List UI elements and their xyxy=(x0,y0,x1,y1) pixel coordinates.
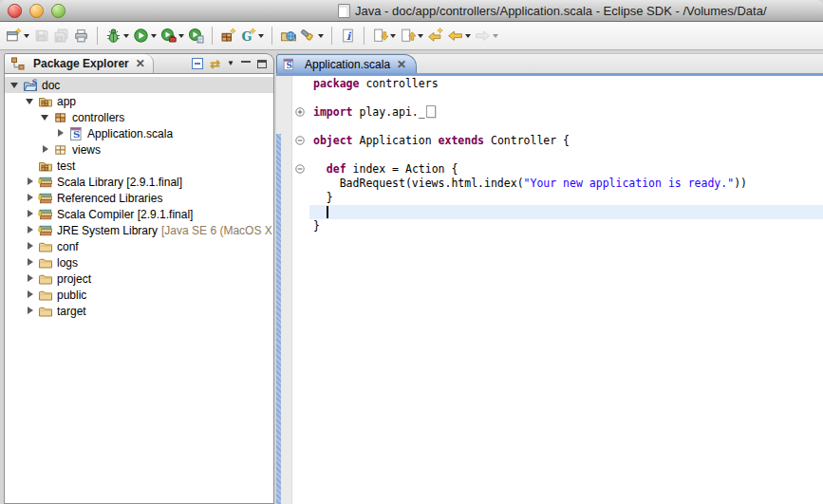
new-g-wizard-button[interactable]: G xyxy=(238,25,266,47)
package-explorer-tab[interactable]: Package Explorer ✕ xyxy=(5,54,154,73)
folder-icon xyxy=(38,255,53,271)
dropdown-arrow-icon[interactable] xyxy=(465,34,471,38)
fold-margin[interactable] xyxy=(292,76,309,504)
expander-closed-icon[interactable] xyxy=(26,306,36,316)
expander-closed-icon[interactable] xyxy=(41,144,51,155)
save-all-button[interactable] xyxy=(51,25,71,47)
code-line[interactable] xyxy=(309,148,823,162)
expander-closed-icon[interactable] xyxy=(26,273,36,284)
tree-item-controllers[interactable]: controllers xyxy=(5,109,273,125)
run-button[interactable] xyxy=(131,25,159,47)
close-editor-tab-icon[interactable]: ✕ xyxy=(397,59,406,70)
code-line[interactable] xyxy=(309,120,823,134)
close-view-icon[interactable]: ✕ xyxy=(136,58,145,69)
expander-open-icon[interactable] xyxy=(10,80,21,90)
tree-item-scala-compiler-2-9-1-final[interactable]: Scala Compiler [2.9.1.final] xyxy=(5,206,273,222)
close-window-button[interactable] xyxy=(8,4,22,18)
tree-item-project[interactable]: project xyxy=(5,271,273,287)
code-line[interactable] xyxy=(309,91,823,105)
fold-plus-icon[interactable] xyxy=(295,107,305,117)
tree-item-label: doc xyxy=(42,79,60,92)
info-icon: i xyxy=(340,28,356,44)
run-history-icon xyxy=(188,28,204,44)
view-menu-icon[interactable]: ▼ xyxy=(227,60,234,67)
fold-minus-icon[interactable] xyxy=(295,136,305,145)
tree-item-decoration: [Java SE 6 (MacOS X Def xyxy=(161,224,274,237)
dropdown-arrow-icon[interactable] xyxy=(418,34,423,38)
dropdown-arrow-icon[interactable] xyxy=(24,34,29,38)
tree-item-app[interactable]: app xyxy=(5,93,273,109)
tree-item-application-scala[interactable]: SApplication.scala xyxy=(5,125,273,141)
expander-closed-icon[interactable] xyxy=(56,128,66,139)
run-as-button[interactable] xyxy=(186,25,206,47)
code-line[interactable]: def index = Action { xyxy=(309,162,823,177)
tree-item-referenced-libraries[interactable]: Referenced Libraries xyxy=(5,190,273,206)
expander-open-icon[interactable] xyxy=(41,112,51,122)
tree-item-public[interactable]: public xyxy=(5,287,273,303)
dropdown-arrow-icon[interactable] xyxy=(318,34,324,38)
editor-tab-application-scala[interactable]: S Application.scala ✕ xyxy=(276,54,417,74)
last-edit-location-button[interactable] xyxy=(425,25,445,47)
expander-closed-icon[interactable] xyxy=(26,225,36,235)
new-wizard-button[interactable] xyxy=(4,25,31,47)
dropdown-arrow-icon[interactable] xyxy=(123,34,129,38)
code-line[interactable]: object Application extends Controller { xyxy=(309,134,823,148)
back-button[interactable] xyxy=(445,25,473,47)
zoom-window-button[interactable] xyxy=(51,4,65,18)
tree-item-scala-library-2-9-1-final[interactable]: Scala Library [2.9.1.final] xyxy=(5,174,273,190)
dropdown-arrow-icon[interactable] xyxy=(390,34,396,38)
dropdown-arrow-icon[interactable] xyxy=(258,34,264,38)
code-editor[interactable]: package controllersimport play.api._obje… xyxy=(276,76,823,504)
code-line[interactable]: } xyxy=(309,219,823,233)
minimize-icon[interactable] xyxy=(241,60,251,68)
tree-item-target[interactable]: target xyxy=(5,303,273,319)
dropdown-arrow-icon[interactable] xyxy=(151,34,157,38)
dropdown-arrow-icon[interactable] xyxy=(178,34,184,38)
dropdown-arrow-icon[interactable] xyxy=(493,34,498,38)
save-button[interactable] xyxy=(31,25,51,47)
expander-closed-icon[interactable] xyxy=(26,177,36,187)
annotation-info-button[interactable]: i xyxy=(338,25,358,47)
tree-item-doc[interactable]: Sdoc xyxy=(5,77,273,93)
link-with-editor-icon[interactable]: ⇄ xyxy=(210,58,220,70)
new-java-project-button[interactable] xyxy=(218,25,238,47)
tree-item-test[interactable]: test xyxy=(5,158,273,174)
titlebar[interactable]: Java - doc/app/controllers/Application.s… xyxy=(0,0,823,22)
tree-item-label: Scala Compiler [2.9.1.final] xyxy=(57,208,193,221)
package-explorer-tree[interactable]: SdocappcontrollersSApplication.scalaview… xyxy=(4,73,274,504)
tree-item-views[interactable]: views xyxy=(5,141,273,158)
new-wizard-icon xyxy=(6,28,22,44)
debug-button[interactable] xyxy=(103,25,131,47)
code-text-area[interactable]: package controllersimport play.api._obje… xyxy=(309,77,823,233)
expander-closed-icon[interactable] xyxy=(26,241,36,252)
external-tools-button[interactable] xyxy=(159,25,186,47)
code-line[interactable]: import play.api._ xyxy=(309,105,823,120)
tree-item-conf[interactable]: conf xyxy=(5,238,273,254)
expander-closed-icon[interactable] xyxy=(26,209,36,219)
tree-item-logs[interactable]: logs xyxy=(5,254,273,271)
annotation-ruler[interactable] xyxy=(276,76,292,504)
collapsed-region-icon[interactable] xyxy=(426,105,436,118)
code-line[interactable] xyxy=(309,205,823,219)
expander-open-icon[interactable] xyxy=(26,96,36,106)
code-token-plain: BadRequest(views.html.index( xyxy=(313,177,524,190)
fold-minus-icon[interactable] xyxy=(295,164,305,174)
code-line[interactable]: } xyxy=(309,191,823,205)
code-token-plain: } xyxy=(313,191,333,204)
open-web-browser-button[interactable] xyxy=(278,25,298,47)
forward-button[interactable] xyxy=(473,25,500,47)
code-line[interactable]: BadRequest(views.html.index("Your new ap… xyxy=(309,177,823,191)
collapse-all-icon[interactable] xyxy=(192,58,203,69)
expander-closed-icon[interactable] xyxy=(26,289,36,300)
search-button[interactable] xyxy=(298,25,326,47)
print-button[interactable] xyxy=(71,25,91,47)
previous-annotation-button[interactable] xyxy=(398,25,425,47)
tree-item-jre-system-library[interactable]: JRE System Library[Java SE 6 (MacOS X De… xyxy=(5,222,273,238)
expander-closed-icon[interactable] xyxy=(26,193,36,203)
editor-tabstrip: S Application.scala ✕ xyxy=(276,53,823,73)
code-line[interactable]: package controllers xyxy=(309,77,823,91)
expander-closed-icon[interactable] xyxy=(26,257,36,268)
maximize-icon[interactable] xyxy=(257,60,267,68)
minimize-window-button[interactable] xyxy=(29,4,44,18)
next-annotation-button[interactable] xyxy=(370,25,398,47)
